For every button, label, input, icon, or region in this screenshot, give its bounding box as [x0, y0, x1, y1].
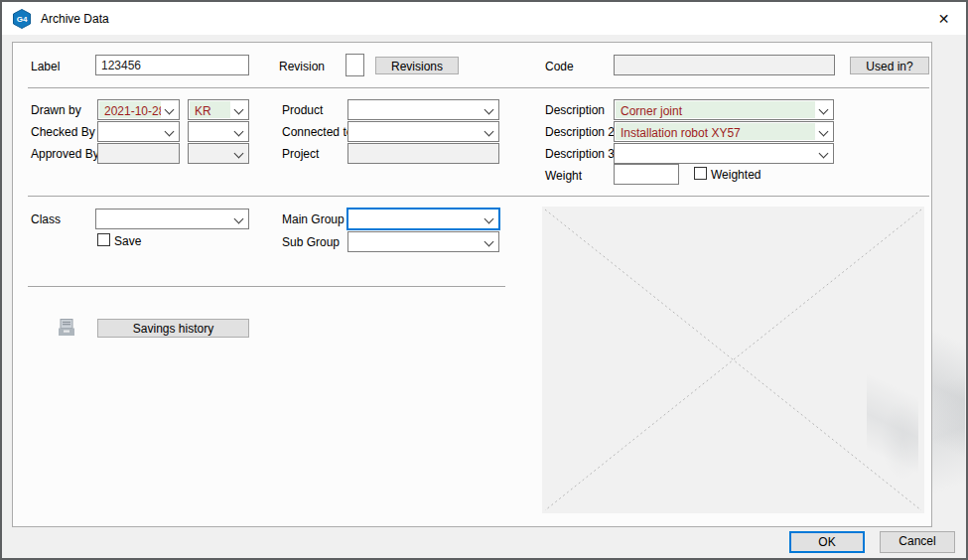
description2-combo[interactable]: Installation robot XY57 [614, 121, 834, 142]
description3-combo[interactable] [614, 143, 834, 164]
weight-caption: Weight [545, 169, 582, 183]
main-group-combo[interactable] [347, 209, 499, 229]
dialog-body: Label 123456 Revision Revisions Code Use… [2, 35, 966, 558]
sub-group-value [349, 233, 481, 250]
drawn-by-date-value: 2021-10-28 [99, 101, 161, 118]
drawn-by-initials-combo[interactable]: KR [188, 99, 249, 120]
close-icon[interactable]: ✕ [921, 2, 966, 35]
main-group-value [349, 210, 481, 227]
part-image-placeholder [542, 207, 924, 513]
description3-caption: Description 3 [545, 147, 615, 161]
save-checkbox[interactable] [97, 233, 110, 246]
form-panel: Label 123456 Revision Revisions Code Use… [12, 42, 932, 527]
connected-to-combo[interactable] [347, 121, 499, 142]
checked-by-caption: Checked By [31, 125, 95, 139]
class-value [97, 210, 230, 227]
chevron-down-icon [484, 127, 494, 137]
product-caption: Product [282, 103, 323, 117]
revisions-button[interactable]: Revisions [375, 57, 459, 74]
chevron-down-icon [165, 127, 175, 137]
chevron-down-icon [484, 105, 494, 115]
project-caption: Project [282, 147, 319, 161]
approved-by-caption: Approved By [31, 147, 99, 161]
label-caption: Label [31, 60, 60, 73]
description-combo[interactable]: Corner joint [614, 99, 834, 120]
code-caption: Code [545, 60, 574, 73]
ok-button[interactable]: OK [789, 531, 865, 553]
class-caption: Class [31, 212, 61, 226]
printer-icon [56, 317, 77, 339]
svg-text:G4: G4 [17, 15, 28, 24]
connected-to-caption: Connected to [282, 125, 352, 139]
drawn-by-date-combo[interactable]: 2021-10-28 [97, 99, 180, 120]
chevron-down-icon [819, 149, 829, 159]
checked-by-date-combo[interactable] [97, 121, 180, 142]
weighted-checkbox-label: Weighted [711, 168, 761, 182]
app-logo-icon: G4 [12, 9, 32, 29]
product-value [349, 101, 481, 118]
approved-by-initials-combo[interactable] [188, 143, 249, 164]
chevron-down-icon [484, 214, 494, 224]
code-input [614, 55, 835, 75]
chevron-down-icon [165, 105, 175, 115]
approved-by-initials-value [190, 145, 230, 162]
approved-by-date-field [97, 143, 180, 164]
revision-caption: Revision [279, 60, 325, 73]
checked-by-initials-value [190, 123, 230, 140]
chevron-down-icon [484, 237, 494, 247]
title-bar: G4 Archive Data ✕ [2, 2, 966, 35]
drawn-by-caption: Drawn by [31, 103, 81, 117]
revision-input[interactable] [346, 54, 364, 76]
drawn-by-initials-value: KR [190, 101, 230, 118]
description-value: Corner joint [616, 101, 815, 118]
chevron-down-icon [234, 127, 244, 137]
used-in-button[interactable]: Used in? [850, 57, 929, 74]
chevron-down-icon [234, 105, 244, 115]
separator [28, 286, 505, 287]
description2-caption: Description 2 [545, 125, 615, 139]
archive-data-dialog: G4 Archive Data ✕ Label 123456 Revision … [0, 0, 968, 560]
checked-by-initials-combo[interactable] [188, 121, 249, 142]
empty-image-cross-icon [542, 207, 924, 513]
sub-group-caption: Sub Group [282, 235, 340, 249]
chevron-down-icon [234, 149, 244, 159]
savings-history-button[interactable]: Savings history [97, 319, 249, 338]
chevron-down-icon [819, 105, 829, 115]
project-field [347, 143, 499, 164]
chevron-down-icon [234, 214, 244, 224]
checked-by-date-value [99, 123, 161, 140]
label-input[interactable]: 123456 [95, 55, 249, 75]
separator [28, 196, 929, 197]
weight-input[interactable] [614, 164, 679, 185]
weighted-checkbox[interactable] [694, 167, 707, 180]
description2-value: Installation robot XY57 [616, 123, 815, 140]
product-combo[interactable] [347, 99, 499, 120]
sub-group-combo[interactable] [347, 231, 499, 252]
cancel-button[interactable]: Cancel [880, 531, 955, 553]
connected-to-value [349, 123, 481, 140]
save-checkbox-label: Save [114, 234, 141, 248]
chevron-down-icon [819, 127, 829, 137]
main-group-caption: Main Group [282, 212, 345, 226]
class-combo[interactable] [95, 209, 249, 229]
separator [28, 87, 929, 88]
description-caption: Description [545, 103, 605, 117]
window-title: Archive Data [41, 12, 109, 26]
description3-value [616, 145, 815, 162]
